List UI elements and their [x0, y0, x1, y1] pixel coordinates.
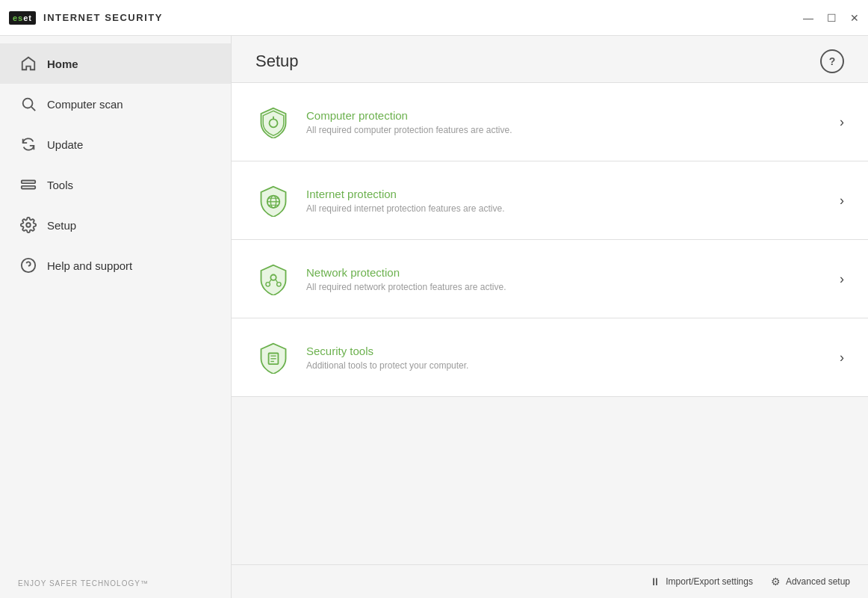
- gear-icon: [20, 217, 37, 233]
- tools-icon: [20, 176, 37, 193]
- close-button[interactable]: ✕: [850, 13, 859, 23]
- internet-protection-icon: [255, 182, 291, 218]
- security-tools-title: Security tools: [306, 345, 828, 357]
- security-tools-chevron: ›: [840, 350, 844, 366]
- import-export-button[interactable]: ⏸ Import/Export settings: [650, 576, 753, 588]
- network-protection-icon: [255, 261, 291, 297]
- security-tools-icon: [255, 339, 291, 375]
- sidebar-item-setup[interactable]: Setup: [0, 205, 231, 245]
- setup-item-internet-protection[interactable]: Internet protection All required interne…: [232, 161, 868, 240]
- sidebar-item-tools-label: Tools: [47, 179, 73, 191]
- sidebar-item-computer-scan-label: Computer scan: [47, 98, 123, 111]
- sidebar-item-help-label: Help and support: [47, 259, 132, 272]
- svg-point-4: [26, 223, 31, 227]
- network-protection-text: Network protection All required network …: [306, 266, 828, 292]
- title-bar: eset INTERNET SECURITY — ☐ ✕: [0, 0, 868, 36]
- network-protection-title: Network protection: [306, 266, 828, 279]
- sidebar-item-update-label: Update: [47, 138, 83, 151]
- sidebar-item-setup-label: Setup: [47, 219, 76, 232]
- advanced-setup-label: Advanced setup: [786, 576, 850, 587]
- search-icon: [20, 96, 37, 112]
- content-area: Home Computer scan: [0, 36, 868, 598]
- main-header: Setup ?: [232, 36, 868, 83]
- help-button[interactable]: ?: [820, 49, 844, 73]
- computer-protection-chevron: ›: [840, 114, 844, 130]
- setup-list: Computer protection All required compute…: [232, 83, 868, 564]
- window-controls: — ☐ ✕: [803, 13, 859, 23]
- svg-rect-2: [22, 181, 35, 184]
- computer-protection-title: Computer protection: [306, 109, 828, 122]
- setup-item-security-tools[interactable]: Security tools Additional tools to prote…: [232, 318, 868, 397]
- sidebar-item-update[interactable]: Update: [0, 124, 231, 164]
- import-export-label: Import/Export settings: [666, 576, 753, 587]
- computer-protection-icon: [255, 104, 291, 140]
- sidebar-item-help-and-support[interactable]: Help and support: [0, 245, 231, 286]
- computer-protection-desc: All required computer protection feature…: [306, 125, 828, 135]
- app-window: eset INTERNET SECURITY — ☐ ✕ Home: [0, 0, 868, 598]
- setup-item-computer-protection[interactable]: Computer protection All required compute…: [232, 83, 868, 161]
- computer-protection-text: Computer protection All required compute…: [306, 109, 828, 135]
- sidebar-item-home-label: Home: [47, 58, 78, 70]
- sidebar-item-computer-scan[interactable]: Computer scan: [0, 84, 231, 124]
- svg-rect-3: [22, 186, 35, 189]
- network-protection-chevron: ›: [840, 271, 844, 287]
- svg-point-0: [23, 99, 33, 108]
- sidebar-item-home[interactable]: Home: [0, 43, 231, 84]
- main-footer: ⏸ Import/Export settings ⚙ Advanced setu…: [232, 564, 868, 598]
- page-title: Setup: [255, 52, 299, 71]
- internet-protection-text: Internet protection All required interne…: [306, 188, 828, 214]
- sidebar-footer: ENJOY SAFER TECHNOLOGY™: [0, 569, 231, 598]
- logo: eset INTERNET SECURITY: [9, 11, 163, 25]
- logo-box: eset: [9, 11, 36, 25]
- setup-item-network-protection[interactable]: Network protection All required network …: [232, 240, 868, 318]
- home-icon: [20, 55, 37, 72]
- sidebar-item-tools[interactable]: Tools: [0, 164, 231, 205]
- security-tools-desc: Additional tools to protect your compute…: [306, 360, 828, 371]
- svg-line-1: [31, 107, 35, 111]
- network-protection-desc: All required network protection features…: [306, 282, 828, 292]
- app-name: INTERNET SECURITY: [43, 12, 163, 23]
- main-panel: Setup ? Computer protection: [232, 36, 868, 598]
- advanced-setup-button[interactable]: ⚙ Advanced setup: [771, 576, 850, 588]
- import-export-icon: ⏸: [650, 576, 660, 588]
- sidebar: Home Computer scan: [0, 36, 232, 598]
- minimize-button[interactable]: —: [803, 13, 813, 23]
- security-tools-text: Security tools Additional tools to prote…: [306, 345, 828, 371]
- internet-protection-title: Internet protection: [306, 188, 828, 200]
- internet-protection-chevron: ›: [840, 193, 844, 209]
- refresh-icon: [20, 136, 37, 152]
- advanced-setup-icon: ⚙: [771, 576, 781, 588]
- internet-protection-desc: All required internet protection feature…: [306, 203, 828, 214]
- maximize-button[interactable]: ☐: [827, 13, 837, 23]
- help-circle-icon: [20, 257, 37, 274]
